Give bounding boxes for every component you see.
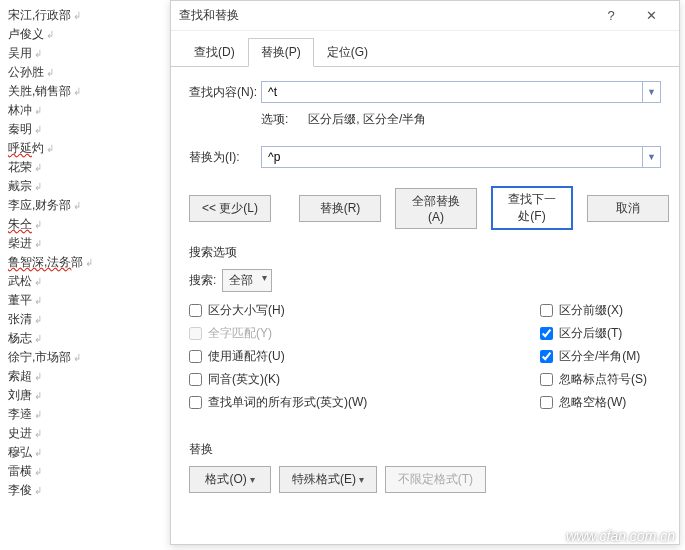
tab-replace[interactable]: 替换(P) bbox=[248, 38, 314, 67]
doc-line: 公孙胜↲ bbox=[8, 63, 162, 82]
cancel-button[interactable]: 取消 bbox=[587, 195, 669, 222]
doc-line: 雷横↲ bbox=[8, 462, 162, 481]
less-button[interactable]: << 更少(L) bbox=[189, 195, 271, 222]
options-label: 选项: bbox=[261, 112, 288, 126]
chk-match-case[interactable]: 区分大小写(H) bbox=[189, 302, 410, 319]
search-options-title: 搜索选项 bbox=[189, 244, 661, 261]
doc-line: 宋江,行政部↲ bbox=[8, 6, 162, 25]
format-button[interactable]: 格式(O) bbox=[189, 466, 271, 493]
doc-line: 徐宁,市场部↲ bbox=[8, 348, 162, 367]
find-input[interactable] bbox=[262, 82, 642, 102]
search-dir-label: 搜索: bbox=[189, 272, 216, 289]
find-input-combo: ▼ bbox=[261, 81, 661, 103]
find-dropdown[interactable]: ▼ bbox=[642, 82, 660, 102]
doc-line: 吴用↲ bbox=[8, 44, 162, 63]
replace-input[interactable] bbox=[262, 147, 642, 167]
options-value: 区分后缀, 区分全/半角 bbox=[308, 112, 426, 126]
doc-line: 武松↲ bbox=[8, 272, 162, 291]
doc-line: 李应,财务部↲ bbox=[8, 196, 162, 215]
doc-line: 张清↲ bbox=[8, 310, 162, 329]
tab-find[interactable]: 查找(D) bbox=[181, 38, 248, 67]
dialog-body: 查找内容(N): ▼ 选项: 区分后缀, 区分全/半角 替换为(I): ▼ bbox=[171, 67, 679, 544]
help-button[interactable]: ? bbox=[591, 8, 631, 23]
chk-suffix[interactable]: 区分后缀(T) bbox=[440, 325, 622, 342]
doc-line: 董平↲ bbox=[8, 291, 162, 310]
doc-line: 朱仝↲ bbox=[8, 215, 162, 234]
find-next-button[interactable]: 查找下一处(F) bbox=[491, 186, 573, 230]
doc-line: 鲁智深,法务部↲ bbox=[8, 253, 162, 272]
document-content: 宋江,行政部↲卢俊义↲吴用↲公孙胜↲关胜,销售部↲林冲↲秦明↲呼延灼↲花荣↲戴宗… bbox=[0, 0, 170, 506]
replace-button[interactable]: 替换(R) bbox=[299, 195, 381, 222]
replace-all-button[interactable]: 全部替换(A) bbox=[395, 188, 477, 229]
chk-prefix[interactable]: 区分前缀(X) bbox=[440, 302, 623, 319]
doc-line: 李逵↲ bbox=[8, 405, 162, 424]
replace-section-title: 替换 bbox=[189, 441, 661, 458]
chk-whitespace[interactable]: 忽略空格(W) bbox=[440, 394, 626, 411]
replace-input-combo: ▼ bbox=[261, 146, 661, 168]
chk-word-forms[interactable]: 查找单词的所有形式(英文)(W) bbox=[189, 394, 410, 411]
chk-whole-word: 全字匹配(Y) bbox=[189, 325, 410, 342]
tab-goto[interactable]: 定位(G) bbox=[314, 38, 381, 67]
doc-line: 花荣↲ bbox=[8, 158, 162, 177]
doc-line: 索超↲ bbox=[8, 367, 162, 386]
doc-line: 呼延灼↲ bbox=[8, 139, 162, 158]
no-format-button: 不限定格式(T) bbox=[385, 466, 486, 493]
replace-format-section: 替换 格式(O) 特殊格式(E) 不限定格式(T) bbox=[189, 441, 661, 493]
chk-sounds-like[interactable]: 同音(英文)(K) bbox=[189, 371, 410, 388]
find-replace-dialog: 查找和替换 ? ✕ 查找(D) 替换(P) 定位(G) 查找内容(N): ▼ 选… bbox=[170, 0, 680, 545]
dialog-title: 查找和替换 bbox=[179, 7, 591, 24]
doc-line: 戴宗↲ bbox=[8, 177, 162, 196]
titlebar: 查找和替换 ? ✕ bbox=[171, 1, 679, 31]
checkbox-grid: 区分大小写(H) 区分前缀(X) 全字匹配(Y) 区分后缀(T) 使用通配符(U… bbox=[189, 302, 661, 411]
doc-line: 林冲↲ bbox=[8, 101, 162, 120]
doc-line: 刘唐↲ bbox=[8, 386, 162, 405]
search-direction-row: 搜索: 全部 bbox=[189, 269, 661, 292]
doc-line: 穆弘↲ bbox=[8, 443, 162, 462]
find-label: 查找内容(N): bbox=[189, 84, 261, 101]
chk-fullwidth[interactable]: 区分全/半角(M) bbox=[440, 348, 640, 365]
tab-strip: 查找(D) 替换(P) 定位(G) bbox=[171, 31, 679, 67]
doc-line: 秦明↲ bbox=[8, 120, 162, 139]
find-options-row: 选项: 区分后缀, 区分全/半角 bbox=[261, 111, 661, 128]
doc-line: 关胜,销售部↲ bbox=[8, 82, 162, 101]
doc-line: 李俊↲ bbox=[8, 481, 162, 500]
special-format-button[interactable]: 特殊格式(E) bbox=[279, 466, 377, 493]
replace-dropdown[interactable]: ▼ bbox=[642, 147, 660, 167]
search-dir-select[interactable]: 全部 bbox=[222, 269, 272, 292]
doc-line: 杨志↲ bbox=[8, 329, 162, 348]
chk-wildcards[interactable]: 使用通配符(U) bbox=[189, 348, 410, 365]
doc-line: 卢俊义↲ bbox=[8, 25, 162, 44]
close-button[interactable]: ✕ bbox=[631, 8, 671, 23]
watermark: www.cfan.com.cn bbox=[566, 528, 675, 544]
doc-line: 柴进↲ bbox=[8, 234, 162, 253]
action-buttons: << 更少(L) 替换(R) 全部替换(A) 查找下一处(F) 取消 bbox=[189, 186, 661, 230]
doc-line: 史进↲ bbox=[8, 424, 162, 443]
replace-label: 替换为(I): bbox=[189, 149, 261, 166]
chk-punctuation[interactable]: 忽略标点符号(S) bbox=[440, 371, 647, 388]
